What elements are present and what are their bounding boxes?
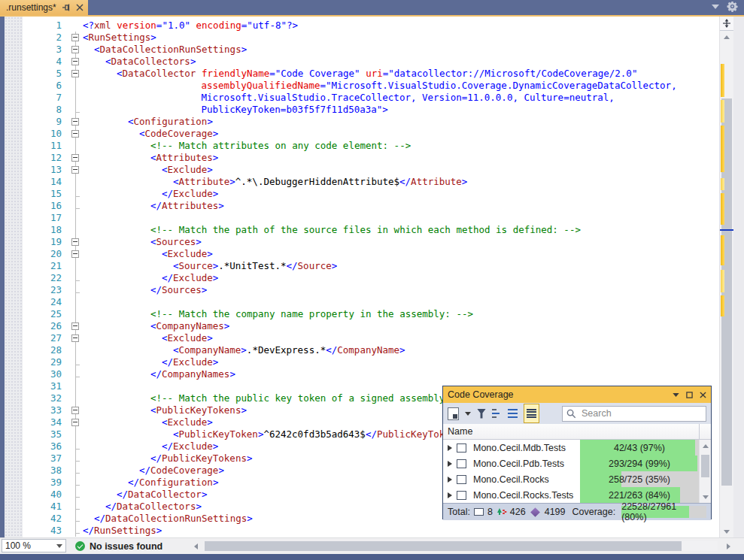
- code-coverage-titlebar[interactable]: Code Coverage: [443, 386, 711, 403]
- line-number[interactable]: 13: [23, 164, 69, 176]
- line-number[interactable]: 22: [23, 272, 69, 284]
- coverage-row[interactable]: Mono.Cecil.Rocks.Tests221/263 (84%): [443, 487, 699, 503]
- code-line[interactable]: 15</Exclude>: [23, 188, 719, 200]
- code-line[interactable]: 21<Source>.*UnitTest.*</Source>: [23, 260, 719, 272]
- fold-marker-icon[interactable]: [69, 416, 83, 428]
- code-line[interactable]: 29</Exclude>: [23, 356, 719, 368]
- line-number[interactable]: 30: [23, 368, 69, 380]
- line-number[interactable]: 3: [23, 44, 69, 56]
- vertical-scroll-track[interactable]: [720, 43, 733, 525]
- line-number[interactable]: 39: [23, 477, 69, 489]
- expand-arrow-icon[interactable]: [443, 461, 457, 467]
- code-line[interactable]: 13<Exclude>: [23, 164, 719, 176]
- expand-arrow-icon[interactable]: [443, 477, 457, 483]
- fold-marker-icon[interactable]: [69, 320, 83, 332]
- line-number[interactable]: 38: [23, 465, 69, 477]
- code-line[interactable]: 7Microsoft.VisualStudio.TraceCollector, …: [23, 92, 719, 104]
- line-number[interactable]: 28: [23, 344, 69, 356]
- row-checkbox[interactable]: [457, 459, 466, 468]
- gear-icon[interactable]: [727, 1, 738, 12]
- fold-marker-icon[interactable]: [69, 56, 83, 68]
- code-line[interactable]: 17: [23, 212, 719, 224]
- code-line[interactable]: 14<Attribute>^.*\.DebuggerHiddenAttribut…: [23, 176, 719, 188]
- scroll-down-button[interactable]: [720, 525, 733, 537]
- export-results-button[interactable]: [448, 406, 459, 421]
- line-number[interactable]: 8: [23, 104, 69, 116]
- column-divider[interactable]: [699, 424, 700, 439]
- scroll-right-button[interactable]: [727, 538, 730, 554]
- line-number[interactable]: 35: [23, 428, 69, 440]
- line-number[interactable]: 11: [23, 140, 69, 152]
- line-number[interactable]: 36: [23, 440, 69, 453]
- fold-marker-icon[interactable]: [69, 116, 83, 128]
- pin-icon[interactable]: [62, 3, 71, 12]
- code-line[interactable]: 1<?xml version="1.0" encoding="utf-8"?>: [23, 20, 719, 32]
- line-number[interactable]: 42: [23, 513, 69, 525]
- code-line[interactable]: 6assemblyQualifiedName="Microsoft.Visual…: [23, 80, 719, 92]
- show-columns-button[interactable]: [492, 406, 502, 421]
- code-line[interactable]: 3<DataCollectionRunSettings>: [23, 44, 719, 56]
- filter-icon[interactable]: [477, 406, 486, 421]
- line-number[interactable]: 17: [23, 212, 69, 224]
- search-input[interactable]: [580, 407, 702, 419]
- line-number[interactable]: 18: [23, 224, 69, 236]
- line-number[interactable]: 40: [23, 489, 69, 501]
- fold-marker-icon[interactable]: [69, 68, 83, 80]
- tab-runsettings[interactable]: .runsettings*: [0, 0, 88, 15]
- panel-scroll-track[interactable]: [700, 452, 711, 491]
- line-number[interactable]: 24: [23, 296, 69, 308]
- line-number[interactable]: 21: [23, 260, 69, 272]
- name-column-header[interactable]: Name: [443, 426, 699, 437]
- results-column-header[interactable]: Name: [443, 424, 711, 440]
- line-number[interactable]: 33: [23, 404, 69, 416]
- code-line[interactable]: 22</Exclude>: [23, 272, 719, 284]
- code-line[interactable]: 23</Sources>: [23, 284, 719, 296]
- coverage-row[interactable]: Mono.Cecil.Mdb.Tests42/43 (97%): [443, 440, 699, 456]
- fold-marker-icon[interactable]: [69, 32, 83, 44]
- code-line[interactable]: 24: [23, 296, 719, 308]
- line-number[interactable]: 41: [23, 501, 69, 513]
- code-line[interactable]: 12<Attributes>: [23, 152, 719, 164]
- line-number[interactable]: 25: [23, 308, 69, 320]
- maximize-icon[interactable]: [686, 392, 693, 398]
- expand-arrow-icon[interactable]: [443, 492, 457, 498]
- document-health-indicator[interactable]: No issues found: [75, 538, 162, 554]
- line-number[interactable]: 10: [23, 128, 69, 140]
- fold-marker-icon[interactable]: [69, 404, 83, 416]
- code-line[interactable]: 19<Sources>: [23, 236, 719, 248]
- line-number[interactable]: 4: [23, 56, 69, 68]
- vertical-scrollbar[interactable]: [719, 17, 733, 537]
- coverage-row[interactable]: Mono.Cecil.Pdb.Tests293/294 (99%): [443, 456, 699, 471]
- fold-marker-icon[interactable]: [69, 152, 83, 164]
- export-chevron-down-icon[interactable]: [465, 412, 471, 416]
- search-box[interactable]: [562, 406, 706, 422]
- line-number[interactable]: 14: [23, 176, 69, 188]
- line-number[interactable]: 5: [23, 68, 69, 80]
- line-number[interactable]: 7: [23, 92, 69, 104]
- panel-scroll-thumb[interactable]: [701, 455, 709, 477]
- code-line[interactable]: 4<DataCollectors>: [23, 56, 719, 68]
- code-line[interactable]: 8PublicKeyToken=b03f5f7f11d50a3a">: [23, 104, 719, 116]
- line-number[interactable]: 20: [23, 248, 69, 260]
- coverage-row[interactable]: Mono.Cecil.Rocks258/725 (35%): [443, 471, 699, 487]
- row-checkbox[interactable]: [457, 491, 466, 500]
- scroll-left-button[interactable]: [194, 538, 198, 554]
- fold-marker-icon[interactable]: [69, 248, 83, 260]
- code-line[interactable]: 10<CodeCoverage>: [23, 128, 719, 140]
- code-line[interactable]: 11<!-- Match attributes on any code elem…: [23, 140, 719, 152]
- code-line[interactable]: 9<Configuration>: [23, 116, 719, 128]
- fold-marker-icon[interactable]: [69, 128, 83, 140]
- split-window-handle[interactable]: [720, 17, 733, 31]
- line-number[interactable]: 15: [23, 188, 69, 200]
- code-line[interactable]: 18<!-- Match the path of the source file…: [23, 224, 719, 236]
- line-number[interactable]: 19: [23, 236, 69, 248]
- code-line[interactable]: 28<CompanyName>.*DevExpress.*</CompanyNa…: [23, 344, 719, 356]
- code-line[interactable]: 2<RunSettings>: [23, 32, 719, 44]
- fold-marker-icon[interactable]: [69, 164, 83, 176]
- scroll-up-button[interactable]: [720, 31, 733, 43]
- row-checkbox[interactable]: [457, 475, 466, 484]
- line-number[interactable]: 37: [23, 453, 69, 465]
- code-line[interactable]: 20<Exclude>: [23, 248, 719, 260]
- zoom-select[interactable]: 100 %: [2, 539, 66, 552]
- line-number[interactable]: 27: [23, 332, 69, 344]
